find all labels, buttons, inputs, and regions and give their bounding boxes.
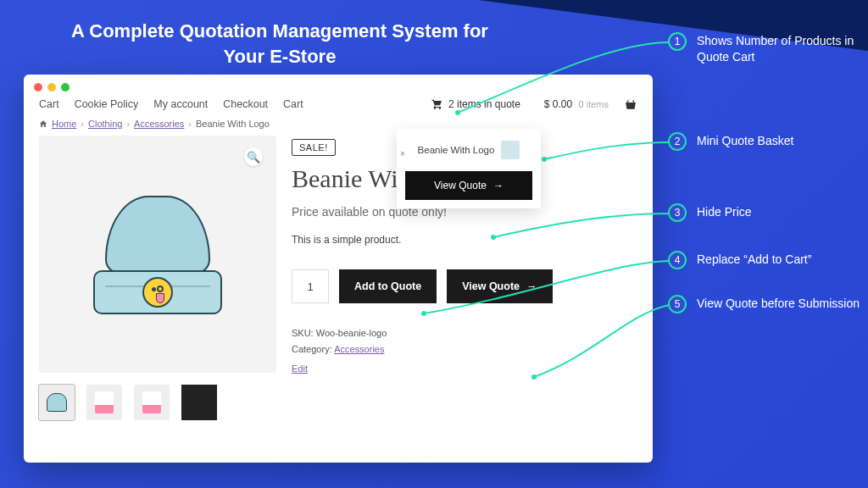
- product-meta: SKU: Woo-beanie-logo Category: Accessori…: [292, 325, 637, 357]
- annotation-text: Shows Number of Products in Quote Cart: [697, 33, 860, 65]
- maximize-window-icon[interactable]: [61, 83, 70, 92]
- annotation-badge: 4: [668, 251, 687, 269]
- mini-quote-item-name: Beanie With Logo: [418, 145, 495, 155]
- price-items: 0 items: [579, 99, 609, 109]
- mini-quote-view-button[interactable]: View Quote →: [405, 171, 532, 200]
- breadcrumb-home[interactable]: Home: [52, 119, 76, 129]
- basket-icon[interactable]: [624, 99, 637, 110]
- quantity-input[interactable]: [292, 269, 329, 303]
- cart-icon: [431, 98, 443, 110]
- thumbnail-3[interactable]: [134, 385, 170, 420]
- mini-quote-thumb: [501, 141, 520, 159]
- annotation-text: View Quote before Submission: [697, 296, 860, 312]
- home-icon: [39, 119, 47, 128]
- nav-item-checkout[interactable]: Checkout: [223, 98, 268, 110]
- thumbnail-1[interactable]: [39, 385, 75, 420]
- mini-quote-basket: × Beanie With Logo View Quote →: [397, 129, 541, 208]
- sku-value: Woo-beanie-logo: [316, 328, 387, 338]
- arrow-right-icon: →: [493, 180, 504, 191]
- sku-label: SKU:: [292, 328, 314, 338]
- category-link[interactable]: Accessories: [334, 344, 384, 354]
- annotation-2: 2 Mini Quote Basket: [668, 132, 793, 151]
- add-to-quote-label: Add to Quote: [354, 280, 421, 292]
- product-main-image[interactable]: 🔍: [39, 136, 276, 373]
- thumbnail-strip: [39, 385, 276, 420]
- price-amount: $ 0.00: [544, 98, 572, 110]
- annotation-badge: 2: [668, 132, 687, 151]
- quote-cart-widget[interactable]: 2 items in quote: [431, 98, 520, 110]
- breadcrumb-clothing[interactable]: Clothing: [88, 119, 122, 129]
- nav-links: Cart Cookie Policy My account Checkout C…: [39, 98, 303, 110]
- nav-item-cart-2[interactable]: Cart: [283, 98, 303, 110]
- breadcrumb-current: Beanie With Logo: [196, 119, 270, 129]
- breadcrumb: Home › Clothing › Accessories › Beanie W…: [24, 119, 653, 136]
- chevron-right-icon: ›: [126, 119, 130, 129]
- price-widget[interactable]: $ 0.00 0 items: [544, 98, 609, 110]
- mini-quote-close-icon[interactable]: ×: [400, 149, 405, 158]
- top-nav: Cart Cookie Policy My account Checkout C…: [24, 97, 653, 119]
- annotation-text: Replace “Add to Cart”: [697, 252, 811, 268]
- product-description: This is a simple product.: [292, 234, 637, 246]
- annotation-text: Mini Quote Basket: [697, 133, 793, 149]
- annotation-badge: 5: [668, 295, 687, 313]
- mini-quote-view-label: View Quote: [434, 180, 487, 191]
- quote-cart-label: 2 items in quote: [448, 98, 520, 110]
- edit-link[interactable]: Edit: [292, 363, 308, 374]
- product-gallery: 🔍: [39, 136, 276, 420]
- breadcrumb-accessories[interactable]: Accessories: [134, 119, 184, 129]
- annotation-3: 3 Hide Price: [668, 203, 752, 222]
- annotation-text: Hide Price: [697, 204, 752, 220]
- thumbnail-4[interactable]: [181, 385, 217, 420]
- annotation-1: 1 Shows Number of Products in Quote Cart: [668, 32, 860, 65]
- annotation-5: 5 View Quote before Submission: [668, 295, 860, 313]
- beanie-illustration: [90, 191, 225, 318]
- nav-item-cookie-policy[interactable]: Cookie Policy: [75, 98, 139, 110]
- window-controls: [24, 75, 653, 97]
- view-quote-button[interactable]: View Quote →: [447, 269, 552, 303]
- category-label: Category:: [292, 344, 332, 354]
- annotation-badge: 1: [668, 32, 687, 51]
- browser-window: Cart Cookie Policy My account Checkout C…: [24, 75, 653, 463]
- view-quote-label: View Quote: [462, 280, 520, 292]
- annotation-badge: 3: [668, 203, 687, 222]
- add-to-quote-button[interactable]: Add to Quote: [339, 269, 437, 303]
- product-content: 🔍 SALE! Beanie With Logo Price available…: [24, 136, 653, 420]
- minimize-window-icon[interactable]: [47, 83, 56, 92]
- sale-badge: SALE!: [292, 139, 336, 156]
- annotation-4: 4 Replace “Add to Cart”: [668, 251, 811, 269]
- chevron-right-icon: ›: [81, 119, 84, 129]
- nav-item-my-account[interactable]: My account: [153, 98, 208, 110]
- close-window-icon[interactable]: [34, 83, 42, 92]
- chevron-right-icon: ›: [188, 119, 192, 129]
- page-headline: A Complete Quotation Management System f…: [59, 19, 500, 69]
- mini-quote-item[interactable]: Beanie With Logo: [405, 137, 532, 163]
- zoom-icon[interactable]: 🔍: [244, 147, 263, 166]
- product-actions: Add to Quote View Quote →: [292, 269, 637, 303]
- thumbnail-2[interactable]: [86, 385, 122, 420]
- arrow-right-icon: →: [526, 280, 537, 292]
- nav-item-cart[interactable]: Cart: [39, 98, 59, 110]
